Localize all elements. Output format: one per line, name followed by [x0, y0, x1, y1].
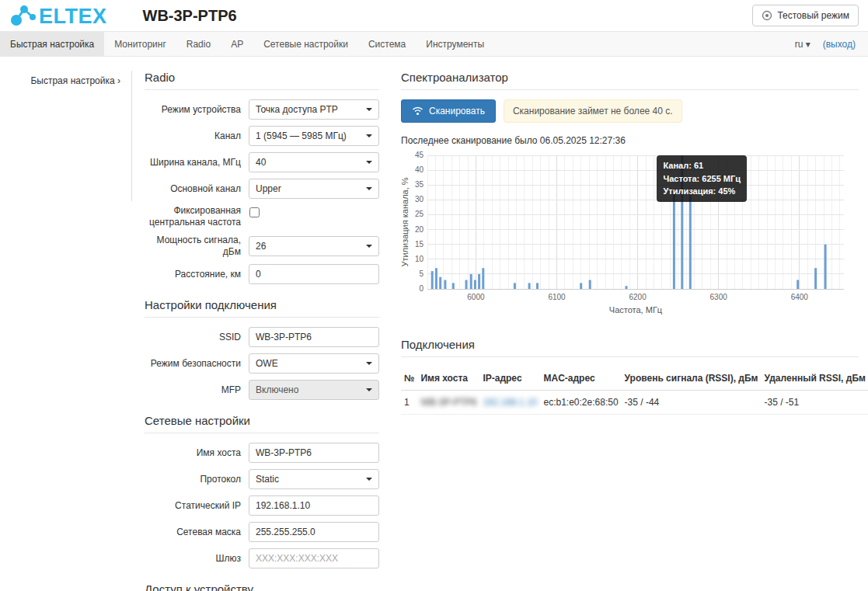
language-dropdown[interactable]: ru ▾ [795, 39, 810, 50]
chevron-down-icon [366, 134, 372, 137]
scan-note: Сканирование займет не более 40 с. [504, 99, 682, 123]
spectrum-chart-svg: 05101520253035404560006100620063006400Ча… [401, 151, 850, 315]
primary-channel-label: Основной канал [145, 183, 249, 195]
tx-power-select[interactable]: 26 [249, 236, 379, 256]
hostname-label: Имя хоста [145, 447, 249, 459]
svg-text:30: 30 [415, 195, 424, 203]
channel-select[interactable]: 1 (5945 — 5985 МГц) [249, 126, 379, 146]
protocol-select[interactable]: Static [249, 469, 379, 489]
svg-text:45: 45 [415, 151, 424, 159]
cell-rssi: -35 / -44 [622, 391, 762, 415]
network-section-title: Сетевые настройки [145, 414, 379, 433]
svg-text:35: 35 [415, 180, 424, 189]
target-icon [762, 10, 772, 21]
col-rssi: Уровень сигнала (RSSI), дБм [622, 367, 762, 391]
fixed-frequency-checkbox[interactable] [249, 207, 260, 217]
cell-ip[interactable]: 192.168.1.10 [479, 391, 540, 415]
app-header: ELTEX WB-3P-PTP6 Тестовый режим [0, 0, 868, 31]
tab-system[interactable]: Система [358, 32, 416, 56]
netmask-input[interactable] [249, 522, 379, 542]
chevron-down-icon [366, 362, 372, 365]
chevron-down-icon [366, 161, 372, 164]
spectrum-title: Спектроанализатор [401, 71, 859, 90]
network-section: Сетевые настройки Имя хоста Протокол Sta… [145, 414, 379, 568]
mfp-label: MFP [145, 384, 249, 396]
primary-channel-select[interactable]: Upper [249, 179, 379, 199]
mfp-value: Включено [256, 384, 298, 395]
svg-text:6000: 6000 [467, 293, 485, 301]
connection-section: Настройки подключения SSID Режим безопас… [145, 298, 379, 400]
static-ip-input[interactable] [249, 495, 379, 516]
radio-section-title: Radio [145, 71, 379, 90]
hostname-input[interactable] [249, 443, 379, 463]
connections-title: Подключения [401, 338, 859, 357]
cell-remote-rssi: -35 / -51 [762, 391, 868, 415]
security-mode-select[interactable]: OWE [249, 353, 379, 374]
connection-section-title: Настройки подключения [145, 298, 379, 318]
eltex-molecule-icon [9, 4, 37, 27]
device-mode-label: Режим устройства [145, 104, 249, 116]
netmask-label: Сетевая маска [145, 527, 249, 538]
radio-section: Radio Режим устройства Точка доступа PTP… [145, 71, 379, 284]
scan-button[interactable]: Сканировать [401, 99, 496, 123]
cell-hostname: WB-3P-PTP6 [417, 391, 479, 415]
fixed-frequency-label: Фиксированная центральная частота [145, 205, 249, 228]
mfp-select: Включено [249, 380, 379, 400]
tab-network-settings[interactable]: Сетевые настройки [253, 32, 358, 56]
connections-panel: Подключения № Имя хоста IP-адрес MAC-адр… [401, 338, 859, 415]
tab-tools[interactable]: Инструменты [416, 32, 494, 56]
last-scan-text: Последнее сканирование было 06.05.2025 1… [401, 135, 859, 146]
spectrum-chart[interactable]: 05101520253035404560006100620063006400Ча… [401, 151, 850, 318]
eltex-logo: ELTEX [9, 4, 107, 27]
access-section: Доступ к устройству Пароль [145, 582, 379, 591]
chevron-down-icon [366, 478, 372, 481]
cell-num: 1 [401, 391, 417, 415]
logo-text: ELTEX [39, 6, 107, 27]
channel-width-value: 40 [256, 157, 266, 168]
protocol-label: Протокол [145, 474, 249, 485]
svg-text:Частота, МГц: Частота, МГц [609, 305, 663, 315]
svg-text:6200: 6200 [629, 293, 647, 301]
col-hostname: Имя хоста [417, 367, 479, 391]
distance-input[interactable] [249, 264, 379, 284]
device-mode-select[interactable]: Точка доступа PTP [249, 99, 379, 120]
distance-label: Расстояние, км [145, 269, 249, 280]
wifi-icon [412, 106, 424, 116]
security-mode-label: Режим безопасности [145, 358, 249, 370]
gateway-label: Шлюз [145, 553, 249, 565]
connections-table: № Имя хоста IP-адрес MAC-адрес Уровень с… [401, 367, 868, 415]
protocol-value: Static [256, 474, 279, 485]
tab-quick-setup[interactable]: Быстрая настройка [0, 32, 104, 56]
channel-width-select[interactable]: 40 [249, 152, 379, 172]
spectrum-panel: Спектроанализатор Сканировать Сканирован… [401, 71, 859, 591]
channel-width-label: Ширина канала, МГц [145, 157, 249, 169]
svg-text:5: 5 [419, 269, 424, 278]
tab-ap[interactable]: AP [221, 32, 253, 56]
tab-monitoring[interactable]: Мониторинг [104, 32, 176, 56]
ssid-label: SSID [145, 332, 249, 343]
test-mode-button[interactable]: Тестовый режим [752, 5, 859, 26]
logout-link[interactable]: (выход) [823, 39, 856, 50]
svg-text:40: 40 [415, 165, 424, 174]
device-mode-value: Точка доступа PTP [256, 104, 338, 115]
settings-form: Radio Режим устройства Точка доступа PTP… [145, 71, 379, 591]
gateway-input[interactable] [249, 548, 379, 568]
scan-button-label: Сканировать [429, 106, 485, 116]
col-num: № [401, 367, 417, 391]
svg-text:6300: 6300 [710, 293, 728, 301]
page-title: WB-3P-PTP6 [143, 7, 237, 25]
col-ip: IP-адрес [479, 367, 540, 391]
tab-radio[interactable]: Radio [176, 32, 221, 56]
svg-text:6100: 6100 [548, 293, 566, 301]
channel-label: Канал [145, 130, 249, 142]
chevron-down-icon [366, 388, 372, 391]
tx-power-label: Мощность сигнала, дБм [145, 235, 249, 258]
col-mac: MAC-адрес [540, 367, 621, 391]
sidebar: Быстрая настройка › [0, 71, 132, 201]
col-remote-rssi: Удаленный RSSI, дБм [762, 367, 868, 391]
chevron-down-icon [366, 108, 372, 111]
sidebar-item-quick-setup[interactable]: Быстрая настройка › [30, 75, 120, 86]
ssid-input[interactable] [249, 327, 379, 347]
table-row: 1 WB-3P-PTP6 192.168.1.10 ec:b1:e0:2e:68… [401, 391, 868, 415]
svg-text:6400: 6400 [791, 293, 809, 301]
